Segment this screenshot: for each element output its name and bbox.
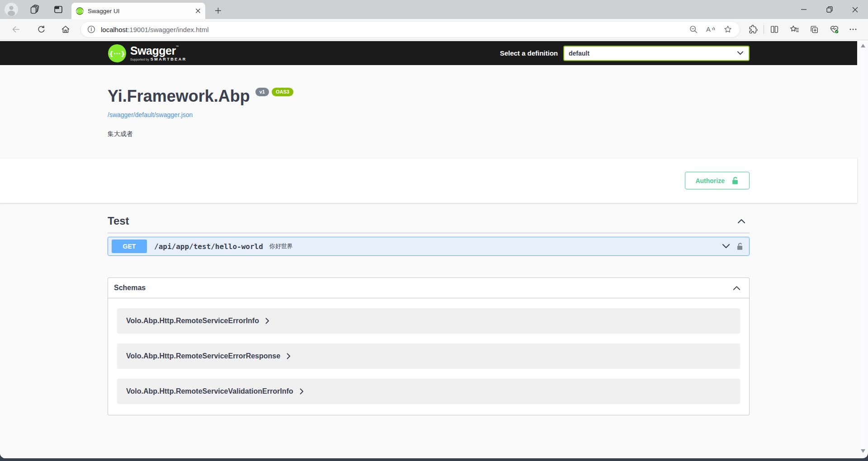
read-aloud-icon: A xyxy=(706,25,716,34)
minimize-button[interactable] xyxy=(791,0,816,19)
address-bar[interactable]: localhost:19001/swagger/index.html A xyxy=(80,21,740,38)
extensions-button[interactable] xyxy=(746,23,760,36)
plus-icon xyxy=(215,7,222,14)
zoom-out-button[interactable] xyxy=(687,23,700,36)
workspaces-button[interactable] xyxy=(28,2,42,17)
browser-window: {···} Swagger UI xyxy=(0,0,868,458)
schema-name: Volo.Abp.Http.RemoteServiceErrorInfo xyxy=(126,317,259,325)
version-badge: v1 xyxy=(255,88,269,96)
svg-text:{···}: {···} xyxy=(76,9,84,13)
schema-row-remote-service-validation-error-info[interactable]: Volo.Abp.Http.RemoteServiceValidationErr… xyxy=(117,379,740,404)
back-button[interactable] xyxy=(9,23,23,36)
schemas-section: Schemas Volo.Abp.Http.RemoteServiceError… xyxy=(108,278,750,415)
tab-strip: {···} Swagger UI xyxy=(0,0,868,19)
expand-chevron-down-icon[interactable] xyxy=(722,244,730,249)
operations-section: Test GET /api/app/test/hello-world 你好世界 xyxy=(99,215,759,415)
split-screen-button[interactable] xyxy=(768,23,781,36)
schema-row-remote-service-error-info[interactable]: Volo.Abp.Http.RemoteServiceErrorInfo xyxy=(117,308,740,334)
oas3-badge: OAS3 xyxy=(272,88,293,96)
operation-lock-icon[interactable] xyxy=(736,242,744,251)
close-window-button[interactable] xyxy=(842,0,868,19)
star-icon xyxy=(723,25,732,34)
ellipsis-icon xyxy=(849,25,858,34)
definition-selected-value: default xyxy=(569,50,590,57)
collections-icon xyxy=(809,24,819,34)
favorites-star-list-icon xyxy=(789,24,800,34)
swagger-logo-icon: {···} xyxy=(108,44,127,63)
definition-select[interactable]: default xyxy=(563,46,750,61)
home-button[interactable] xyxy=(59,23,72,36)
extensions-icon xyxy=(748,24,758,34)
zoom-out-icon xyxy=(689,25,698,34)
schemas-list: Volo.Abp.Http.RemoteServiceErrorInfo Vol… xyxy=(108,298,749,415)
browser-essentials-icon xyxy=(829,24,840,34)
tag-header[interactable]: Test xyxy=(108,215,750,233)
swagger-page: {···} Swagger™ Supported bySMARTBEAR Sel… xyxy=(0,41,857,458)
read-aloud-button[interactable]: A xyxy=(704,23,717,36)
chevron-right-icon xyxy=(287,353,291,359)
unlock-icon xyxy=(731,176,739,185)
avatar xyxy=(5,3,18,16)
tag-name: Test xyxy=(108,215,129,227)
browser-tab-swagger-ui[interactable]: {···} Swagger UI xyxy=(71,3,205,19)
brand-company: SMARTBEAR xyxy=(151,57,187,61)
site-info-icon[interactable] xyxy=(87,25,95,33)
definition-select-label: Select a definition xyxy=(500,49,558,57)
settings-menu-button[interactable] xyxy=(846,23,860,36)
scroll-down-arrow-icon[interactable] xyxy=(861,449,865,453)
spec-json-link[interactable]: /swagger/default/swagger.json xyxy=(108,111,750,118)
tab-title: Swagger UI xyxy=(88,8,195,14)
schema-row-remote-service-error-response[interactable]: Volo.Abp.Http.RemoteServiceErrorResponse xyxy=(117,343,740,369)
window-controls xyxy=(791,0,868,19)
profile-button[interactable] xyxy=(4,2,19,17)
toolbar-divider xyxy=(764,25,764,34)
api-description: 集大成者 xyxy=(108,130,750,138)
restore-button[interactable] xyxy=(816,0,842,19)
authorize-label: Authorize xyxy=(695,177,725,184)
workspaces-icon xyxy=(29,4,40,15)
browser-toolbar: localhost:19001/swagger/index.html A xyxy=(0,19,868,40)
brand-tagline: Supported by xyxy=(130,58,149,61)
refresh-icon xyxy=(37,25,46,34)
browser-essentials-button[interactable] xyxy=(827,23,841,36)
api-info-section: Yi.Framework.Abp v1 OAS3 /swagger/defaul… xyxy=(0,65,857,158)
brand-name: Swagger xyxy=(130,44,176,57)
scheme-container: Authorize xyxy=(0,158,857,203)
authorize-button[interactable]: Authorize xyxy=(685,172,750,189)
operation-summary: 你好世界 xyxy=(269,242,716,250)
swagger-brand: {···} Swagger™ Supported bySMARTBEAR xyxy=(108,44,187,63)
url-text[interactable]: localhost:19001/swagger/index.html xyxy=(101,26,683,33)
tab-actions-button[interactable] xyxy=(51,2,66,17)
swagger-topbar: {···} Swagger™ Supported bySMARTBEAR Sel… xyxy=(0,41,857,65)
definition-form: Select a definition default xyxy=(500,46,750,61)
url-host: localhost xyxy=(101,26,127,33)
scroll-up-arrow-icon[interactable] xyxy=(861,44,865,47)
close-icon xyxy=(852,7,858,13)
schema-name: Volo.Abp.Http.RemoteServiceErrorResponse xyxy=(126,352,280,360)
page-scrollbar[interactable] xyxy=(859,41,867,457)
favorite-button[interactable] xyxy=(722,23,734,36)
tab-close-icon[interactable] xyxy=(195,8,201,14)
swagger-favicon: {···} xyxy=(76,7,84,15)
schemas-collapse-chevron-up-icon[interactable] xyxy=(733,286,740,290)
api-title: Yi.Framework.Abp xyxy=(108,87,250,106)
http-method-badge: GET xyxy=(112,240,147,253)
favorites-button[interactable] xyxy=(788,23,801,36)
minimize-icon xyxy=(801,9,807,10)
new-tab-button[interactable] xyxy=(212,4,224,17)
tab-actions-icon xyxy=(53,4,64,15)
operation-row-get-hello-world[interactable]: GET /api/app/test/hello-world 你好世界 xyxy=(108,237,750,256)
split-screen-icon xyxy=(769,24,779,34)
home-icon xyxy=(61,24,71,34)
schemas-title: Schemas xyxy=(114,284,146,292)
url-path: :19001/swagger/index.html xyxy=(127,26,208,33)
collections-button[interactable] xyxy=(807,23,821,36)
back-icon xyxy=(11,24,21,34)
schemas-header[interactable]: Schemas xyxy=(108,278,749,298)
refresh-button[interactable] xyxy=(34,23,48,36)
api-title-row: Yi.Framework.Abp v1 OAS3 xyxy=(108,87,750,106)
brand-trademark: ™ xyxy=(176,45,179,48)
svg-text:{···}: {···} xyxy=(109,50,125,57)
collapse-chevron-up-icon[interactable] xyxy=(738,219,745,223)
chevron-right-icon xyxy=(300,388,304,395)
